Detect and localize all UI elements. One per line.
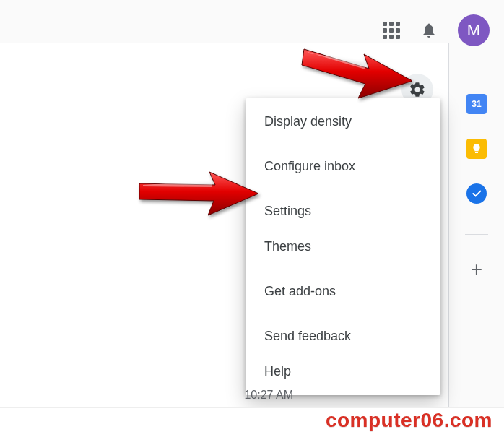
menu-item-themes[interactable]: Themes: [246, 229, 440, 264]
header-bar: M: [0, 0, 504, 43]
menu-item-get-addons[interactable]: Get add-ons: [246, 274, 440, 309]
menu-item-send-feedback[interactable]: Send feedback: [246, 319, 440, 354]
side-panel: 31 +: [449, 43, 504, 407]
app-canvas: M 31 +: [0, 0, 504, 432]
gear-icon: [409, 81, 426, 98]
input-tools-icon[interactable]: [368, 80, 384, 99]
menu-divider: [246, 314, 440, 314]
timestamp-label: 10:27 AM: [244, 389, 293, 402]
svg-rect-2: [370, 90, 380, 91]
menu-divider: [246, 269, 440, 269]
tasks-icon[interactable]: [466, 183, 487, 204]
side-panel-divider: [465, 234, 488, 235]
menu-item-display-density[interactable]: Display density: [246, 104, 440, 139]
keep-icon[interactable]: [466, 139, 487, 159]
notifications-icon[interactable]: [419, 20, 439, 40]
menu-divider: [246, 189, 440, 189]
apps-grid-icon[interactable]: [383, 22, 400, 39]
svg-rect-1: [370, 86, 380, 87]
watermark-text: computer06.com: [326, 409, 492, 432]
calendar-badge: 31: [472, 99, 481, 109]
menu-item-configure-inbox[interactable]: Configure inbox: [246, 149, 440, 184]
account-avatar[interactable]: M: [458, 14, 490, 46]
menu-item-help[interactable]: Help: [246, 354, 440, 389]
avatar-initial: M: [467, 21, 480, 40]
menu-divider: [246, 144, 440, 144]
menu-item-settings[interactable]: Settings: [246, 194, 440, 229]
add-addon-icon[interactable]: +: [466, 259, 487, 280]
settings-dropdown-menu: Display density Configure inbox Settings…: [246, 98, 440, 395]
watermark-bar: computer06.com: [0, 407, 504, 432]
calendar-icon[interactable]: 31: [466, 94, 487, 114]
svg-rect-0: [370, 83, 380, 85]
